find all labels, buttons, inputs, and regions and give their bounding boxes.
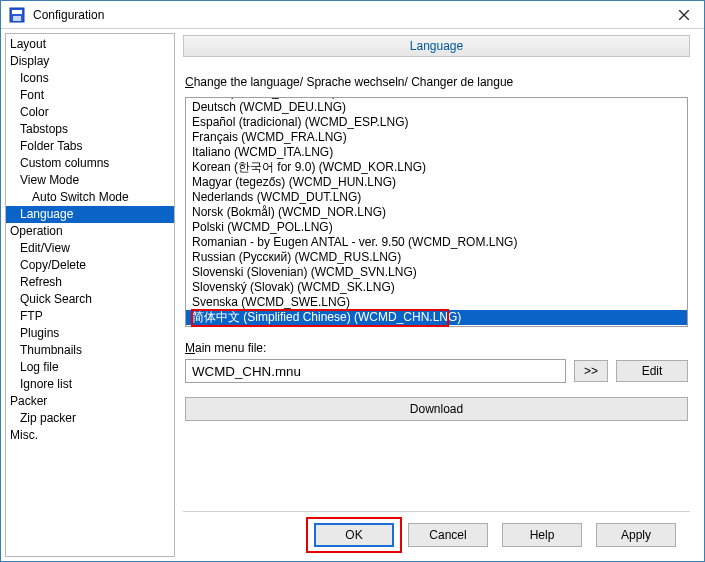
close-icon [679,10,689,20]
language-item[interactable]: Romanian - by Eugen ANTAL - ver. 9.50 (W… [186,235,687,250]
tree-item-log-file[interactable]: Log file [6,359,174,376]
change-language-label: Change the language/ Sprache wechseln/ C… [185,75,688,89]
tree-item-ignore-list[interactable]: Ignore list [6,376,174,393]
tree-item-view-mode[interactable]: View Mode [6,172,174,189]
tree-item-refresh[interactable]: Refresh [6,274,174,291]
tree-item-ftp[interactable]: FTP [6,308,174,325]
language-item[interactable]: Italiano (WCMD_ITA.LNG) [186,145,687,160]
tree-item-auto-switch-mode[interactable]: Auto Switch Mode [6,189,174,206]
tree-item-copy-delete[interactable]: Copy/Delete [6,257,174,274]
tree-item-language[interactable]: Language [6,206,174,223]
panel-header: Language [183,35,690,57]
tree-item-layout[interactable]: Layout [6,36,174,53]
language-item[interactable]: Slovenský (Slovak) (WCMD_SK.LNG) [186,280,687,295]
language-item[interactable]: 简体中文 (Simplified Chinese) (WCMD_CHN.LNG) [186,310,687,325]
language-item[interactable]: Korean (한국어 for 9.0) (WCMD_KOR.LNG) [186,160,687,175]
main-menu-file-input[interactable] [185,359,566,383]
tree-item-color[interactable]: Color [6,104,174,121]
tree-item-zip-packer[interactable]: Zip packer [6,410,174,427]
language-item[interactable]: Español (tradicional) (WCMD_ESP.LNG) [186,115,687,130]
tree-item-edit-view[interactable]: Edit/View [6,240,174,257]
ok-button[interactable]: OK [314,523,394,547]
tree-item-display[interactable]: Display [6,53,174,70]
tree-item-tabstops[interactable]: Tabstops [6,121,174,138]
browse-button[interactable]: >> [574,360,608,382]
help-button[interactable]: Help [502,523,582,547]
tree-item-icons[interactable]: Icons [6,70,174,87]
titlebar: Configuration [1,1,704,29]
language-item[interactable]: Russian (Русский) (WCMD_RUS.LNG) [186,250,687,265]
language-item[interactable]: Slovenski (Slovenian) (WCMD_SVN.LNG) [186,265,687,280]
tree-item-packer[interactable]: Packer [6,393,174,410]
tree-item-custom-columns[interactable]: Custom columns [6,155,174,172]
tree-item-misc-[interactable]: Misc. [6,427,174,444]
language-listbox[interactable]: Dansk (WCMD_DAN.LNG)Deutsch (WCMD_DEU.LN… [185,97,688,327]
tree-item-folder-tabs[interactable]: Folder Tabs [6,138,174,155]
app-icon [7,5,27,25]
tree-item-quick-search[interactable]: Quick Search [6,291,174,308]
tree-item-font[interactable]: Font [6,87,174,104]
tree-item-thumbnails[interactable]: Thumbnails [6,342,174,359]
configuration-window: Configuration LayoutDisplayIconsFontColo… [0,0,705,562]
close-button[interactable] [664,1,704,28]
cancel-button[interactable]: Cancel [408,523,488,547]
dialog-footer: OK Cancel Help Apply [183,511,690,557]
language-item[interactable]: Polski (WCMD_POL.LNG) [186,220,687,235]
main-menu-file-label: Main menu file: [185,341,688,355]
category-tree[interactable]: LayoutDisplayIconsFontColorTabstopsFolde… [5,33,175,557]
svg-rect-2 [13,16,21,21]
tree-item-operation[interactable]: Operation [6,223,174,240]
window-title: Configuration [33,8,664,22]
language-item[interactable]: Français (WCMD_FRA.LNG) [186,130,687,145]
language-item[interactable]: Nederlands (WCMD_DUT.LNG) [186,190,687,205]
download-button[interactable]: Download [185,397,688,421]
svg-rect-1 [12,10,22,14]
apply-button[interactable]: Apply [596,523,676,547]
language-item[interactable]: Deutsch (WCMD_DEU.LNG) [186,100,687,115]
settings-panel: Language Change the language/ Sprache we… [179,29,704,561]
language-item[interactable]: Magyar (tegezős) (WCMD_HUN.LNG) [186,175,687,190]
tree-item-plugins[interactable]: Plugins [6,325,174,342]
language-item[interactable]: Norsk (Bokmål) (WCMD_NOR.LNG) [186,205,687,220]
edit-button[interactable]: Edit [616,360,688,382]
language-item[interactable]: Svenska (WCMD_SWE.LNG) [186,295,687,310]
